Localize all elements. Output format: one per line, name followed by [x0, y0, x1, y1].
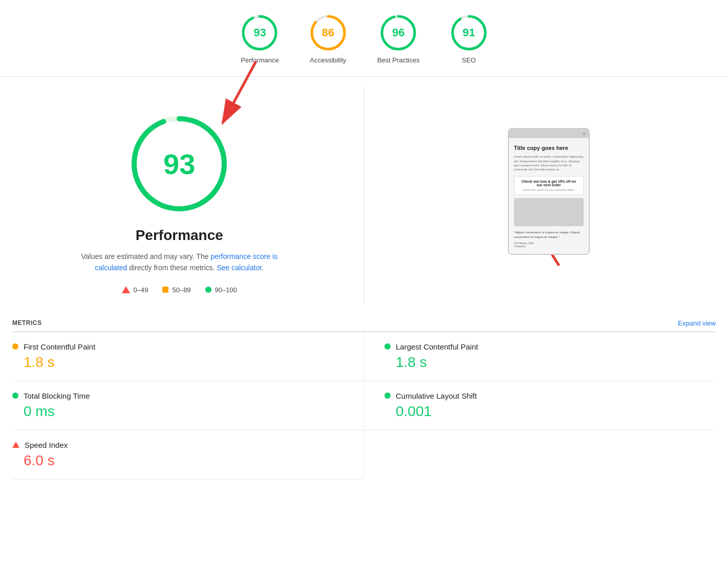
panel-divider: [364, 87, 365, 304]
large-score-value: 93: [163, 147, 195, 181]
metric-item-si: Speed Index 6.0 s: [12, 430, 364, 480]
red-triangle-icon: [122, 286, 130, 293]
metrics-section: METRICS Expand view First Contentful Pai…: [0, 314, 728, 480]
legend-green-label: 90–100: [215, 286, 237, 294]
score-legend: 0–49 50–89 90–100: [122, 286, 237, 294]
metric-item-fcp: First Contentful Paint 1.8 s: [12, 332, 364, 381]
metric-item-lcp: Largest Contentful Paint 1.8 s: [364, 332, 716, 381]
phone-title: Title copy goes here: [514, 144, 584, 151]
performance-description: Values are estimated and may vary. The p…: [72, 251, 287, 274]
legend-red: 0–49: [122, 286, 148, 294]
phone-content: Title copy goes here Lorem ipsum dolor s…: [509, 138, 589, 254]
legend-green: 90–100: [205, 286, 237, 294]
phone-topbar: ≡: [509, 129, 589, 138]
score-value-accessibility: 86: [322, 26, 334, 39]
metrics-title: METRICS: [12, 319, 42, 327]
phone-gray-image: [514, 198, 584, 226]
score-label-performance: Performance: [241, 56, 279, 64]
metric-item-tbt: Total Blocking Time 0 ms: [12, 381, 364, 430]
score-label-seo: SEO: [462, 56, 476, 64]
metric-dot-lcp: [384, 343, 391, 350]
score-circle-performance: 93: [241, 14, 278, 51]
phone-testimonial: "Aliquet consectetur id magna ac integer…: [514, 230, 584, 240]
metric-header-cls: Cumulative Layout Shift: [384, 392, 716, 400]
score-item-accessibility[interactable]: 86 Accessibility: [310, 14, 347, 64]
left-panel: 93 Performance Values are estimated and …: [0, 87, 359, 304]
metric-name-fcp: First Contentful Paint: [24, 342, 95, 351]
phone-attribution-company: Company: [514, 245, 584, 248]
phone-preview-wrapper: ≡ Title copy goes here Lorem ipsum dolor…: [508, 128, 590, 255]
score-circle-seo: 91: [451, 14, 487, 51]
metric-value-si: 6.0 s: [24, 452, 343, 469]
legend-orange: 50–89: [162, 286, 190, 294]
score-circle-best-practices: 96: [380, 14, 417, 51]
phone-cta-box: Check out now & get 15% off on our next …: [514, 176, 584, 195]
metric-value-fcp: 1.8 s: [24, 354, 343, 371]
metric-item-cls: Cumulative Layout Shift 0.001: [364, 381, 716, 430]
metric-name-si: Speed Index: [25, 441, 68, 449]
performance-title: Performance: [136, 227, 223, 244]
metric-header-lcp: Largest Contentful Paint: [384, 342, 716, 351]
scores-section: 93 Performance 86 Accessibility 96 Best …: [0, 0, 728, 77]
metric-name-cls: Cumulative Layout Shift: [396, 392, 477, 400]
phone-cta-sub: Enter your email for your exclusive offe…: [519, 188, 579, 191]
metric-dot-fcp: [12, 343, 18, 350]
score-circle-accessibility: 86: [310, 14, 347, 51]
calculator-link[interactable]: See calculator: [217, 264, 262, 272]
phone-body: Lorem ipsum dolor sit amet, consectetur …: [514, 155, 584, 172]
score-item-performance[interactable]: 93 Performance: [241, 14, 279, 64]
score-label-best-practices: Best Practices: [377, 56, 420, 64]
phone-cta-title: Check out now & get 15% off on our next …: [519, 180, 579, 187]
expand-view-button[interactable]: Expand view: [678, 319, 716, 327]
metric-dot-cls: [384, 393, 391, 399]
metric-header-fcp: First Contentful Paint: [12, 342, 343, 351]
large-score-circle: 93: [128, 113, 230, 215]
legend-red-label: 0–49: [134, 286, 148, 294]
phone-frame: ≡ Title copy goes here Lorem ipsum dolor…: [508, 128, 590, 255]
metric-value-tbt: 0 ms: [24, 403, 343, 420]
score-item-best-practices[interactable]: 96 Best Practices: [377, 14, 420, 64]
metric-value-cls: 0.001: [396, 403, 716, 420]
score-label-accessibility: Accessibility: [310, 56, 346, 64]
score-item-seo[interactable]: 91 SEO: [451, 14, 487, 64]
metric-header-tbt: Total Blocking Time: [12, 392, 343, 400]
legend-orange-label: 50–89: [172, 286, 190, 294]
score-value-seo: 91: [463, 26, 475, 39]
metric-triangle-si: [12, 442, 19, 448]
metric-value-lcp: 1.8 s: [396, 354, 716, 371]
metric-name-lcp: Largest Contentful Paint: [396, 342, 478, 351]
metrics-header: METRICS Expand view: [12, 314, 716, 332]
metrics-grid: First Contentful Paint 1.8 s Largest Con…: [12, 332, 716, 480]
green-circle-icon: [205, 287, 211, 293]
right-panel: ≡ Title copy goes here Lorem ipsum dolor…: [370, 87, 729, 304]
score-value-best-practices: 96: [392, 26, 404, 39]
phone-topbar-icon: ≡: [583, 131, 586, 137]
metric-header-si: Speed Index: [12, 441, 343, 449]
large-score-wrapper: 93: [128, 113, 230, 215]
metric-name-tbt: Total Blocking Time: [24, 392, 90, 400]
metric-dot-tbt: [12, 393, 18, 399]
main-content: 93 Performance Values are estimated and …: [0, 77, 728, 304]
orange-square-icon: [162, 287, 168, 293]
score-value-performance: 93: [253, 26, 266, 39]
